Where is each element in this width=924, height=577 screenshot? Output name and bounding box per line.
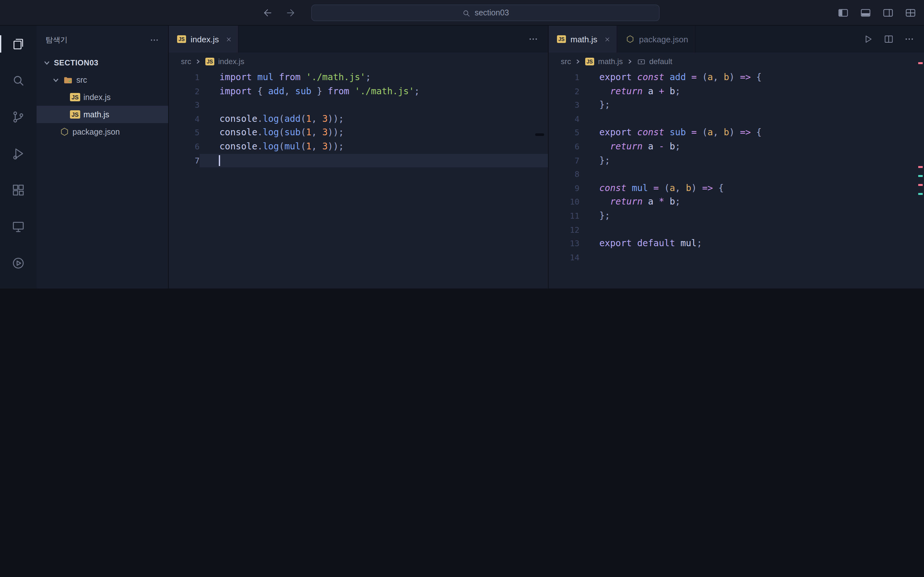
tree-root-section03[interactable]: SECTION03 — [37, 54, 168, 71]
breadcrumb: src JS math.js default — [549, 53, 924, 71]
source-control-icon[interactable] — [0, 99, 37, 135]
remote-explorer-icon[interactable] — [0, 208, 37, 245]
code-line: 1import mul from './math.js'; — [169, 71, 548, 84]
tree-file-index-js[interactable]: JS index.js — [37, 89, 168, 106]
code-line: 6console.log(mul(1, 3)); — [169, 140, 548, 153]
overview-ruler-mark — [918, 62, 923, 64]
symbol-icon — [637, 57, 645, 66]
code-line: 7 — [169, 153, 548, 167]
code-line: 3 — [169, 98, 548, 112]
tab-index-js[interactable]: JS index.js — [169, 26, 239, 53]
gitlens-icon[interactable] — [0, 282, 37, 288]
code-line: 2 return a + b; — [549, 84, 924, 98]
search-view-icon[interactable] — [0, 62, 37, 99]
code-line: 10 return a * b; — [549, 195, 924, 209]
code-line: 2import { add, sub } from './math.js'; — [169, 84, 548, 98]
code-line: 4 — [549, 112, 924, 126]
close-tab-icon[interactable] — [226, 36, 232, 42]
tree-file-package-json[interactable]: package.json — [37, 123, 168, 140]
js-file-icon: JS — [585, 58, 594, 65]
code-editor-index-js[interactable]: 1import mul from './math.js';2import { a… — [169, 71, 548, 288]
tabbar-right: JS math.js package.json — [549, 26, 924, 53]
code-line: 4console.log(add(1, 3)); — [169, 112, 548, 126]
editor-group-right: JS math.js package.json — [549, 26, 924, 288]
tree-folder-src[interactable]: src — [37, 71, 168, 89]
search-query: section03 — [475, 8, 509, 17]
run-file-icon[interactable] — [863, 34, 873, 44]
titlebar: section03 — [0, 0, 924, 26]
code-line: 5export const sub = (a, b) => { — [549, 126, 924, 140]
code-line: 5console.log(sub(1, 3)); — [169, 126, 548, 140]
code-line: 7}; — [549, 153, 924, 167]
breadcrumb: src JS index.js — [169, 53, 548, 71]
customize-layout-icon[interactable] — [905, 7, 916, 19]
js-file-icon: JS — [70, 110, 80, 119]
tab-package-json[interactable]: package.json — [617, 26, 695, 53]
toggle-secondary-sidebar-icon[interactable] — [882, 7, 894, 19]
editor-more-actions-icon[interactable] — [528, 34, 538, 44]
js-file-icon: JS — [70, 93, 80, 101]
sidebar-title: 탐색기 — [45, 35, 68, 45]
folder-src-icon — [63, 75, 73, 85]
chevron-down-icon — [52, 76, 60, 84]
overview-ruler-mark — [918, 175, 923, 177]
back-button[interactable] — [262, 7, 273, 19]
editor-group-left: JS index.js src JS index.js — [169, 26, 549, 288]
code-line: 1export const add = (a, b) => { — [549, 71, 924, 84]
chevron-right-icon — [627, 58, 633, 65]
explorer-icon[interactable] — [0, 26, 37, 62]
extensions-icon[interactable] — [0, 172, 37, 208]
vscode-window: section03 탐색기 — [0, 0, 924, 288]
overview-ruler-mark — [918, 193, 923, 195]
run-debug-icon[interactable] — [0, 135, 37, 172]
js-file-icon: JS — [177, 35, 186, 43]
close-tab-icon[interactable] — [604, 36, 610, 42]
forward-button[interactable] — [285, 7, 296, 19]
js-file-icon: JS — [557, 35, 566, 43]
code-line: 13export default mul; — [549, 237, 924, 250]
code-line: 14 — [549, 250, 924, 264]
history-nav — [262, 0, 296, 26]
command-center-search[interactable]: section03 — [311, 5, 660, 21]
layout-controls — [837, 0, 916, 26]
js-file-icon: JS — [205, 58, 214, 65]
overview-ruler-mark — [918, 184, 923, 186]
overview-ruler-mark — [918, 166, 923, 168]
explorer-more-actions-icon[interactable] — [150, 35, 159, 45]
code-line: 11}; — [549, 209, 924, 223]
scrollbar-thumb[interactable] — [535, 133, 544, 136]
tab-math-js[interactable]: JS math.js — [549, 26, 617, 53]
code-line: 3}; — [549, 98, 924, 112]
code-editor-math-js[interactable]: 1export const add = (a, b) => {2 return … — [549, 71, 924, 288]
json-file-icon — [626, 35, 635, 44]
tree-file-math-js[interactable]: JS math.js — [37, 106, 168, 123]
chevron-right-icon — [575, 58, 582, 65]
chevron-right-icon — [195, 58, 202, 65]
json-file-icon — [60, 127, 69, 137]
toggle-sidebar-icon[interactable] — [837, 7, 849, 19]
code-line: 8 — [549, 167, 924, 181]
editor-more-actions-icon[interactable] — [904, 34, 914, 44]
editor-area: JS index.js src JS index.js — [169, 26, 924, 288]
explorer-sidebar: 탐색기 SECTION03 src JS index.js J — [37, 26, 168, 288]
test-explorer-icon[interactable] — [0, 245, 37, 282]
activity-bar — [0, 26, 37, 288]
tabbar-left: JS index.js — [169, 26, 548, 53]
toggle-panel-icon[interactable] — [860, 7, 871, 19]
file-tree: SECTION03 src JS index.js JS math.js — [37, 54, 168, 140]
code-line: 12 — [549, 223, 924, 237]
search-icon — [462, 9, 470, 17]
split-editor-icon[interactable] — [884, 34, 894, 44]
code-line: 6 return a - b; — [549, 140, 924, 153]
chevron-down-icon — [43, 59, 51, 66]
code-line: 9const mul = (a, b) => { — [549, 181, 924, 195]
